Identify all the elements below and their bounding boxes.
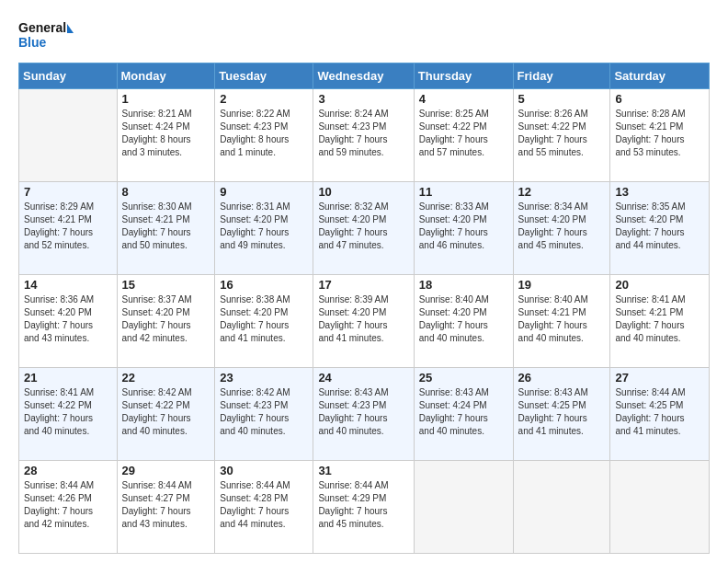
calendar-cell: 28Sunrise: 8:44 AM Sunset: 4:26 PM Dayli… — [19, 461, 118, 554]
calendar-cell: 15Sunrise: 8:37 AM Sunset: 4:20 PM Dayli… — [117, 275, 215, 368]
day-number: 31 — [318, 464, 408, 477]
svg-marker-2 — [67, 24, 74, 33]
calendar-cell: 23Sunrise: 8:42 AM Sunset: 4:23 PM Dayli… — [215, 368, 313, 461]
calendar-cell: 2Sunrise: 8:22 AM Sunset: 4:23 PM Daylig… — [215, 89, 313, 182]
day-number: 9 — [220, 185, 308, 199]
col-header-friday: Friday — [513, 63, 610, 89]
logo-svg: General Blue — [18, 17, 74, 53]
day-info: Sunrise: 8:40 AM Sunset: 4:20 PM Dayligh… — [419, 293, 508, 345]
week-row-2: 14Sunrise: 8:36 AM Sunset: 4:20 PM Dayli… — [19, 275, 710, 368]
day-info: Sunrise: 8:29 AM Sunset: 4:21 PM Dayligh… — [24, 201, 112, 252]
day-number: 20 — [615, 278, 704, 292]
day-number: 2 — [220, 92, 308, 106]
calendar-cell — [610, 461, 710, 554]
day-number: 23 — [220, 371, 308, 385]
day-info: Sunrise: 8:44 AM Sunset: 4:27 PM Dayligh… — [122, 479, 210, 531]
day-number: 5 — [518, 92, 606, 106]
day-info: Sunrise: 8:31 AM Sunset: 4:20 PM Dayligh… — [220, 201, 308, 252]
calendar-cell: 30Sunrise: 8:44 AM Sunset: 4:28 PM Dayli… — [215, 461, 313, 554]
col-header-saturday: Saturday — [610, 63, 710, 89]
calendar-cell: 7Sunrise: 8:29 AM Sunset: 4:21 PM Daylig… — [19, 182, 118, 275]
day-number: 3 — [318, 92, 408, 106]
day-info: Sunrise: 8:43 AM Sunset: 4:24 PM Dayligh… — [419, 386, 508, 438]
day-number: 1 — [122, 92, 210, 106]
day-info: Sunrise: 8:41 AM Sunset: 4:22 PM Dayligh… — [24, 386, 112, 438]
day-number: 13 — [615, 185, 704, 199]
week-row-1: 7Sunrise: 8:29 AM Sunset: 4:21 PM Daylig… — [19, 182, 710, 275]
col-header-tuesday: Tuesday — [215, 63, 313, 89]
calendar-cell: 13Sunrise: 8:35 AM Sunset: 4:20 PM Dayli… — [610, 182, 710, 275]
page: General Blue SundayMondayTuesdayWednesda… — [0, 0, 728, 563]
calendar-cell: 5Sunrise: 8:26 AM Sunset: 4:22 PM Daylig… — [513, 89, 610, 182]
day-info: Sunrise: 8:24 AM Sunset: 4:23 PM Dayligh… — [318, 108, 408, 159]
calendar-cell: 1Sunrise: 8:21 AM Sunset: 4:24 PM Daylig… — [117, 89, 215, 182]
calendar-cell: 12Sunrise: 8:34 AM Sunset: 4:20 PM Dayli… — [513, 182, 610, 275]
calendar-cell — [414, 461, 513, 554]
day-info: Sunrise: 8:42 AM Sunset: 4:23 PM Dayligh… — [220, 386, 308, 438]
day-number: 17 — [318, 278, 408, 292]
calendar-cell: 6Sunrise: 8:28 AM Sunset: 4:21 PM Daylig… — [610, 89, 710, 182]
day-number: 14 — [24, 278, 112, 292]
calendar-cell: 21Sunrise: 8:41 AM Sunset: 4:22 PM Dayli… — [19, 368, 118, 461]
day-info: Sunrise: 8:42 AM Sunset: 4:22 PM Dayligh… — [122, 386, 210, 438]
day-info: Sunrise: 8:28 AM Sunset: 4:21 PM Dayligh… — [615, 108, 704, 159]
col-header-wednesday: Wednesday — [313, 63, 414, 89]
day-info: Sunrise: 8:44 AM Sunset: 4:25 PM Dayligh… — [615, 386, 704, 438]
day-number: 12 — [518, 185, 606, 199]
svg-text:General: General — [18, 20, 66, 35]
day-number: 16 — [220, 278, 308, 292]
day-info: Sunrise: 8:43 AM Sunset: 4:23 PM Dayligh… — [318, 386, 408, 438]
day-number: 30 — [220, 464, 308, 477]
calendar-cell: 18Sunrise: 8:40 AM Sunset: 4:20 PM Dayli… — [414, 275, 513, 368]
day-info: Sunrise: 8:41 AM Sunset: 4:21 PM Dayligh… — [615, 293, 704, 345]
calendar-cell: 20Sunrise: 8:41 AM Sunset: 4:21 PM Dayli… — [610, 275, 710, 368]
calendar-cell: 10Sunrise: 8:32 AM Sunset: 4:20 PM Dayli… — [313, 182, 414, 275]
header-row: SundayMondayTuesdayWednesdayThursdayFrid… — [19, 63, 710, 89]
day-number: 15 — [122, 278, 210, 292]
day-number: 8 — [122, 185, 210, 199]
day-number: 22 — [122, 371, 210, 385]
day-info: Sunrise: 8:33 AM Sunset: 4:20 PM Dayligh… — [419, 201, 508, 252]
day-info: Sunrise: 8:37 AM Sunset: 4:20 PM Dayligh… — [122, 293, 210, 345]
day-info: Sunrise: 8:44 AM Sunset: 4:29 PM Dayligh… — [318, 479, 408, 531]
day-info: Sunrise: 8:39 AM Sunset: 4:20 PM Dayligh… — [318, 293, 408, 345]
day-number: 21 — [24, 371, 112, 385]
day-info: Sunrise: 8:35 AM Sunset: 4:20 PM Dayligh… — [615, 201, 704, 252]
calendar-cell: 9Sunrise: 8:31 AM Sunset: 4:20 PM Daylig… — [215, 182, 313, 275]
calendar-cell: 4Sunrise: 8:25 AM Sunset: 4:22 PM Daylig… — [414, 89, 513, 182]
week-row-3: 21Sunrise: 8:41 AM Sunset: 4:22 PM Dayli… — [19, 368, 710, 461]
day-number: 18 — [419, 278, 508, 292]
week-row-4: 28Sunrise: 8:44 AM Sunset: 4:26 PM Dayli… — [19, 461, 710, 554]
day-number: 6 — [615, 92, 704, 106]
header: General Blue — [18, 17, 710, 53]
day-info: Sunrise: 8:34 AM Sunset: 4:20 PM Dayligh… — [518, 201, 606, 252]
calendar-cell: 25Sunrise: 8:43 AM Sunset: 4:24 PM Dayli… — [414, 368, 513, 461]
day-number: 25 — [419, 371, 508, 385]
day-info: Sunrise: 8:36 AM Sunset: 4:20 PM Dayligh… — [24, 293, 112, 345]
col-header-sunday: Sunday — [19, 63, 118, 89]
day-number: 11 — [419, 185, 508, 199]
day-info: Sunrise: 8:25 AM Sunset: 4:22 PM Dayligh… — [419, 108, 508, 159]
calendar-cell — [513, 461, 610, 554]
week-row-0: 1Sunrise: 8:21 AM Sunset: 4:24 PM Daylig… — [19, 89, 710, 182]
col-header-monday: Monday — [117, 63, 215, 89]
day-info: Sunrise: 8:40 AM Sunset: 4:21 PM Dayligh… — [518, 293, 606, 345]
day-info: Sunrise: 8:32 AM Sunset: 4:20 PM Dayligh… — [318, 201, 408, 252]
day-info: Sunrise: 8:30 AM Sunset: 4:21 PM Dayligh… — [122, 201, 210, 252]
day-number: 26 — [518, 371, 606, 385]
calendar-cell: 16Sunrise: 8:38 AM Sunset: 4:20 PM Dayli… — [215, 275, 313, 368]
col-header-thursday: Thursday — [414, 63, 513, 89]
calendar-cell: 27Sunrise: 8:44 AM Sunset: 4:25 PM Dayli… — [610, 368, 710, 461]
logo: General Blue — [18, 17, 74, 53]
calendar-cell: 11Sunrise: 8:33 AM Sunset: 4:20 PM Dayli… — [414, 182, 513, 275]
calendar-table: SundayMondayTuesdayWednesdayThursdayFrid… — [18, 63, 710, 554]
day-number: 27 — [615, 371, 704, 385]
calendar-cell: 14Sunrise: 8:36 AM Sunset: 4:20 PM Dayli… — [19, 275, 118, 368]
svg-text:Blue: Blue — [18, 35, 47, 50]
calendar-cell: 19Sunrise: 8:40 AM Sunset: 4:21 PM Dayli… — [513, 275, 610, 368]
calendar-cell: 24Sunrise: 8:43 AM Sunset: 4:23 PM Dayli… — [313, 368, 414, 461]
calendar-cell: 31Sunrise: 8:44 AM Sunset: 4:29 PM Dayli… — [313, 461, 414, 554]
day-info: Sunrise: 8:26 AM Sunset: 4:22 PM Dayligh… — [518, 108, 606, 159]
day-info: Sunrise: 8:21 AM Sunset: 4:24 PM Dayligh… — [122, 108, 210, 159]
calendar-cell: 22Sunrise: 8:42 AM Sunset: 4:22 PM Dayli… — [117, 368, 215, 461]
